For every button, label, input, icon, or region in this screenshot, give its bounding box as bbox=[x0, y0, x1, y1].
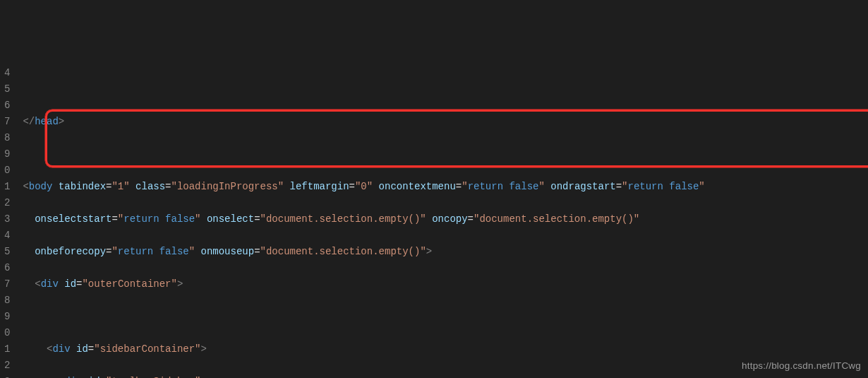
line-number: 7 bbox=[4, 114, 10, 130]
line-number: 1 bbox=[4, 179, 10, 195]
line-number: 4 bbox=[4, 65, 10, 81]
line-number: 0 bbox=[4, 163, 10, 179]
line-number: 4 bbox=[4, 228, 10, 244]
line-number: 0 bbox=[4, 325, 10, 341]
line-number: 7 bbox=[4, 276, 10, 293]
line-number: 2 bbox=[4, 195, 10, 211]
line-number: 9 bbox=[4, 309, 10, 325]
line-number: 6 bbox=[4, 98, 10, 114]
watermark: https://blog.csdn.net/ITCwg bbox=[742, 358, 861, 374]
line-number: 1 bbox=[4, 341, 10, 358]
line-number: 8 bbox=[4, 130, 10, 146]
line-number: 9 bbox=[4, 146, 10, 163]
code-editor: 45678901234567890123456 </head> <body ta… bbox=[0, 65, 868, 378]
line-number: 3 bbox=[4, 211, 10, 228]
line-number: 5 bbox=[4, 244, 10, 260]
line-number: 6 bbox=[4, 260, 10, 276]
line-number: 8 bbox=[4, 293, 10, 309]
line-number: 5 bbox=[4, 81, 10, 98]
line-number-gutter: 45678901234567890123456 bbox=[0, 65, 23, 378]
code-area[interactable]: </head> <body tabindex="1" class="loadin… bbox=[23, 65, 868, 378]
line-number: 2 bbox=[4, 358, 10, 374]
line-number: 3 bbox=[4, 374, 10, 378]
